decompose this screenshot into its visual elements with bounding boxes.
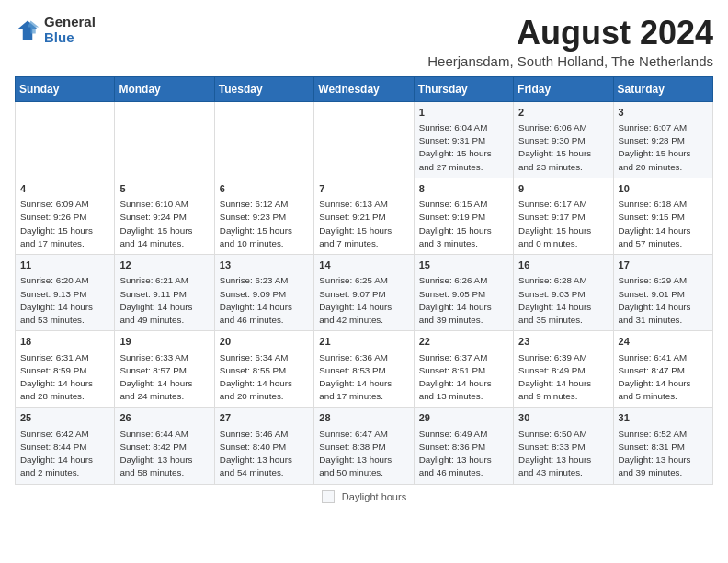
footer-legend: Daylight hours	[15, 490, 713, 503]
day-info: Sunrise: 6:20 AM Sunset: 9:13 PM Dayligh…	[20, 274, 109, 327]
day-info: Sunrise: 6:23 AM Sunset: 9:09 PM Dayligh…	[220, 274, 309, 327]
calendar-cell	[214, 101, 313, 178]
day-number: 6	[220, 182, 309, 196]
day-number: 31	[619, 411, 708, 425]
day-info: Sunrise: 6:06 AM Sunset: 9:30 PM Dayligh…	[518, 121, 608, 174]
day-number: 8	[419, 182, 508, 196]
day-number: 28	[319, 411, 408, 425]
calendar-cell: 8Sunrise: 6:15 AM Sunset: 9:19 PM Daylig…	[414, 178, 513, 254]
day-number: 30	[518, 411, 608, 425]
day-info: Sunrise: 6:42 AM Sunset: 8:44 PM Dayligh…	[20, 428, 109, 480]
day-info: Sunrise: 6:15 AM Sunset: 9:19 PM Dayligh…	[419, 198, 508, 250]
calendar-cell: 11Sunrise: 6:20 AM Sunset: 9:13 PM Dayli…	[16, 255, 115, 331]
week-row-2: 4Sunrise: 6:09 AM Sunset: 9:26 PM Daylig…	[16, 178, 713, 254]
day-info: Sunrise: 6:47 AM Sunset: 8:38 PM Dayligh…	[319, 428, 408, 480]
col-header-wednesday: Wednesday	[314, 76, 414, 101]
calendar-cell: 10Sunrise: 6:18 AM Sunset: 9:15 PM Dayli…	[613, 178, 712, 254]
day-info: Sunrise: 6:33 AM Sunset: 8:57 PM Dayligh…	[119, 351, 209, 404]
day-info: Sunrise: 6:25 AM Sunset: 9:07 PM Dayligh…	[319, 274, 408, 327]
day-number: 10	[619, 182, 708, 196]
day-number: 7	[319, 182, 408, 196]
day-info: Sunrise: 6:09 AM Sunset: 9:26 PM Dayligh…	[20, 198, 109, 250]
day-number: 5	[119, 182, 209, 196]
col-header-friday: Friday	[514, 76, 613, 101]
day-number: 22	[419, 335, 508, 349]
col-header-monday: Monday	[115, 76, 214, 101]
month-title: August 2024	[427, 15, 713, 52]
day-number: 9	[518, 182, 608, 196]
day-number: 17	[619, 259, 708, 272]
logo-text: General Blue	[44, 15, 96, 45]
logo-general-text: General	[44, 15, 96, 30]
day-info: Sunrise: 6:49 AM Sunset: 8:36 PM Dayligh…	[419, 428, 508, 480]
logo-blue-text: Blue	[44, 30, 96, 46]
calendar-cell: 29Sunrise: 6:49 AM Sunset: 8:36 PM Dayli…	[414, 408, 513, 484]
calendar-cell	[115, 101, 214, 178]
legend-box	[322, 490, 335, 503]
day-number: 21	[319, 335, 408, 349]
calendar-cell: 5Sunrise: 6:10 AM Sunset: 9:24 PM Daylig…	[115, 178, 214, 254]
calendar-body: 1Sunrise: 6:04 AM Sunset: 9:31 PM Daylig…	[16, 101, 713, 484]
day-info: Sunrise: 6:37 AM Sunset: 8:51 PM Dayligh…	[419, 351, 508, 404]
col-header-thursday: Thursday	[414, 76, 513, 101]
day-info: Sunrise: 6:41 AM Sunset: 8:47 PM Dayligh…	[619, 351, 708, 404]
calendar-cell	[16, 101, 115, 178]
day-info: Sunrise: 6:12 AM Sunset: 9:23 PM Dayligh…	[220, 198, 309, 250]
day-number: 26	[119, 411, 209, 425]
calendar-cell: 7Sunrise: 6:13 AM Sunset: 9:21 PM Daylig…	[314, 178, 414, 254]
calendar-cell: 13Sunrise: 6:23 AM Sunset: 9:09 PM Dayli…	[214, 255, 313, 331]
calendar-cell: 18Sunrise: 6:31 AM Sunset: 8:59 PM Dayli…	[16, 331, 115, 408]
week-row-4: 18Sunrise: 6:31 AM Sunset: 8:59 PM Dayli…	[16, 331, 713, 408]
day-info: Sunrise: 6:13 AM Sunset: 9:21 PM Dayligh…	[319, 198, 408, 250]
day-number: 23	[518, 335, 608, 349]
calendar-table: SundayMondayTuesdayWednesdayThursdayFrid…	[15, 76, 713, 485]
day-number: 12	[119, 259, 209, 272]
logo-icon	[15, 17, 40, 43]
col-header-saturday: Saturday	[613, 76, 712, 101]
calendar-cell: 4Sunrise: 6:09 AM Sunset: 9:26 PM Daylig…	[16, 178, 115, 254]
calendar-cell: 24Sunrise: 6:41 AM Sunset: 8:47 PM Dayli…	[613, 331, 712, 408]
day-info: Sunrise: 6:36 AM Sunset: 8:53 PM Dayligh…	[319, 351, 408, 404]
calendar-cell: 25Sunrise: 6:42 AM Sunset: 8:44 PM Dayli…	[16, 408, 115, 484]
calendar-header: SundayMondayTuesdayWednesdayThursdayFrid…	[16, 76, 713, 101]
week-row-3: 11Sunrise: 6:20 AM Sunset: 9:13 PM Dayli…	[16, 255, 713, 331]
calendar-cell: 28Sunrise: 6:47 AM Sunset: 8:38 PM Dayli…	[314, 408, 414, 484]
calendar-cell: 1Sunrise: 6:04 AM Sunset: 9:31 PM Daylig…	[414, 101, 513, 178]
calendar-cell	[314, 101, 414, 178]
calendar-cell: 21Sunrise: 6:36 AM Sunset: 8:53 PM Dayli…	[314, 331, 414, 408]
title-area: August 2024 Heerjansdam, South Holland, …	[427, 15, 713, 69]
day-info: Sunrise: 6:44 AM Sunset: 8:42 PM Dayligh…	[119, 428, 209, 480]
day-info: Sunrise: 6:28 AM Sunset: 9:03 PM Dayligh…	[518, 274, 608, 327]
calendar-cell: 20Sunrise: 6:34 AM Sunset: 8:55 PM Dayli…	[214, 331, 313, 408]
day-number: 2	[518, 106, 608, 120]
day-number: 16	[518, 259, 608, 272]
calendar-cell: 2Sunrise: 6:06 AM Sunset: 9:30 PM Daylig…	[514, 101, 613, 178]
day-number: 15	[419, 259, 508, 272]
calendar-cell: 9Sunrise: 6:17 AM Sunset: 9:17 PM Daylig…	[514, 178, 613, 254]
day-info: Sunrise: 6:26 AM Sunset: 9:05 PM Dayligh…	[419, 274, 508, 327]
day-number: 19	[119, 335, 209, 349]
day-number: 27	[220, 411, 309, 425]
day-number: 3	[619, 106, 708, 120]
calendar-cell: 23Sunrise: 6:39 AM Sunset: 8:49 PM Dayli…	[514, 331, 613, 408]
day-info: Sunrise: 6:50 AM Sunset: 8:33 PM Dayligh…	[518, 428, 608, 480]
calendar-cell: 14Sunrise: 6:25 AM Sunset: 9:07 PM Dayli…	[314, 255, 414, 331]
day-info: Sunrise: 6:07 AM Sunset: 9:28 PM Dayligh…	[619, 121, 708, 174]
calendar-cell: 19Sunrise: 6:33 AM Sunset: 8:57 PM Dayli…	[115, 331, 214, 408]
logo: General Blue	[15, 15, 96, 45]
day-number: 18	[20, 335, 109, 349]
legend-label: Daylight hours	[342, 491, 406, 502]
day-number: 25	[20, 411, 109, 425]
calendar-cell: 3Sunrise: 6:07 AM Sunset: 9:28 PM Daylig…	[613, 101, 712, 178]
day-info: Sunrise: 6:34 AM Sunset: 8:55 PM Dayligh…	[220, 351, 309, 404]
calendar-cell: 27Sunrise: 6:46 AM Sunset: 8:40 PM Dayli…	[214, 408, 313, 484]
day-number: 11	[20, 259, 109, 272]
calendar-cell: 17Sunrise: 6:29 AM Sunset: 9:01 PM Dayli…	[613, 255, 712, 331]
day-number: 13	[220, 259, 309, 272]
calendar-cell: 6Sunrise: 6:12 AM Sunset: 9:23 PM Daylig…	[214, 178, 313, 254]
day-number: 4	[20, 182, 109, 196]
day-info: Sunrise: 6:04 AM Sunset: 9:31 PM Dayligh…	[419, 121, 508, 174]
calendar-cell: 26Sunrise: 6:44 AM Sunset: 8:42 PM Dayli…	[115, 408, 214, 484]
day-info: Sunrise: 6:39 AM Sunset: 8:49 PM Dayligh…	[518, 351, 608, 404]
day-number: 1	[419, 106, 508, 120]
